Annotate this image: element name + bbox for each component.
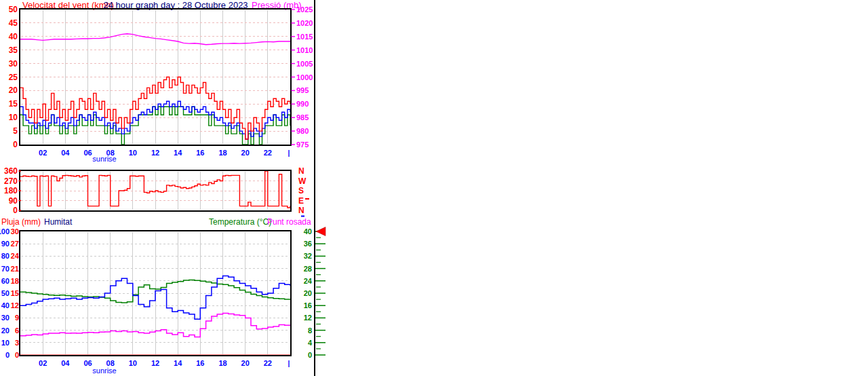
axis-tick-label: 1025 <box>296 5 313 14</box>
axis-tick-label: 18 <box>11 277 19 285</box>
axis-tick-label: 0 <box>308 351 312 359</box>
axis-tick-label: 40 <box>1 301 9 309</box>
axis-tick-label: 16 <box>196 359 204 367</box>
axis-tick-label: 6 <box>15 326 19 335</box>
axis-tick-label: 4 <box>308 339 313 347</box>
charts-canvas: 0510152025303540455097598098599099510001… <box>0 0 330 376</box>
axis-tick-label: 1010 <box>296 46 313 54</box>
axis-tick-label: 20 <box>1 326 9 335</box>
axis-tick-label: 12 <box>151 359 159 367</box>
direction-marker-blue <box>301 216 304 217</box>
axis-tick-label: 02 <box>39 359 47 367</box>
axis-tick-label: 20 <box>9 86 18 95</box>
x-axis-end-tick: | <box>288 149 290 157</box>
axis-tick-label: 24 <box>11 252 20 260</box>
axis-tick-label: 15 <box>11 289 19 297</box>
axis-tick-label: 990 <box>296 100 309 108</box>
axis-tick-label: 985 <box>296 113 309 121</box>
axis-tick-label: 28 <box>304 265 312 273</box>
axis-tick-label: 975 <box>296 140 309 149</box>
axis-tick-label: 04 <box>61 149 70 157</box>
axis-tick-label: 40 <box>9 32 18 41</box>
axis-tick-label: 24 <box>304 277 313 285</box>
axis-tick-label: 270 <box>4 176 18 186</box>
axis-tick-label: 08 <box>106 149 115 157</box>
axis-tick-label: 0 <box>13 140 18 149</box>
axis-tick-label: 40 <box>304 227 312 236</box>
axis-tick-label: 14 <box>174 149 182 157</box>
x-axis-end-tick: | <box>288 360 290 367</box>
axis-tick-label: 12 <box>304 314 312 322</box>
axis-tick-label: 50 <box>1 289 9 297</box>
weather-24h-graph-page: Velocitat del vent (kmh) 24 hour graph d… <box>0 0 868 376</box>
axis-tick-label: 90 <box>1 240 9 248</box>
axis-tick-label: 16 <box>196 149 204 157</box>
rain-humidity-temperature-chart: 0102030405060708090100036912151821242730… <box>0 227 326 368</box>
axis-tick-label: 60 <box>1 277 9 285</box>
direction-marker <box>305 198 309 200</box>
axis-tick-label: 25 <box>9 73 18 82</box>
axis-tick-label: 18 <box>218 359 226 367</box>
axis-tick-label: 04 <box>61 359 70 367</box>
axis-tick-label: 22 <box>264 359 272 367</box>
axis-tick-label: 12 <box>151 149 159 157</box>
axis-tick-label: 30 <box>1 314 9 322</box>
axis-tick-label: 20 <box>241 149 250 157</box>
axis-tick-label: 36 <box>304 240 312 248</box>
axis-tick-label: 30 <box>9 59 18 69</box>
axis-tick-label: 10 <box>129 149 137 157</box>
axis-tick-label: 5 <box>13 126 18 136</box>
axis-tick-label: 995 <box>296 86 309 94</box>
axis-tick-label: 1015 <box>296 33 313 41</box>
compass-label: N <box>298 206 304 215</box>
temp-scale-divider-line <box>314 0 315 376</box>
compass-label: S <box>298 186 304 195</box>
axis-tick-label: 9 <box>15 314 19 322</box>
axis-tick-label: 10 <box>1 339 9 347</box>
axis-tick-label: 12 <box>11 301 19 309</box>
axis-tick-label: 06 <box>83 359 92 367</box>
temp-scale-arrow-marker <box>316 227 326 236</box>
axis-tick-label: 70 <box>1 265 9 273</box>
axis-tick-label: 90 <box>9 196 18 206</box>
axis-tick-label: 16 <box>304 301 312 309</box>
axis-tick-label: 20 <box>241 359 250 367</box>
axis-tick-label: 1020 <box>296 19 313 27</box>
axis-tick-label: 180 <box>4 186 18 195</box>
axis-tick-label: 20 <box>304 289 312 297</box>
axis-tick-label: 21 <box>11 265 19 273</box>
axis-tick-label: 30 <box>11 227 19 236</box>
wind-pressure-chart: 0510152025303540455097598098599099510001… <box>9 5 313 157</box>
axis-tick-label: 0 <box>5 351 9 359</box>
axis-tick-label: 14 <box>174 359 182 367</box>
axis-tick-label: 0 <box>15 351 19 359</box>
axis-tick-label: 02 <box>39 149 47 157</box>
axis-tick-label: 360 <box>4 166 18 176</box>
axis-tick-label: 1000 <box>296 73 313 81</box>
axis-tick-label: 10 <box>9 113 18 122</box>
wind-direction-chart: 090180270360NWSEN <box>4 166 309 217</box>
axis-tick-label: 8 <box>308 326 312 335</box>
axis-tick-label: 35 <box>9 45 18 55</box>
axis-tick-label: 32 <box>304 252 312 260</box>
compass-label: N <box>298 166 304 176</box>
axis-tick-label: 980 <box>296 127 309 135</box>
axis-tick-label: 15 <box>9 99 18 109</box>
axis-tick-label: 3 <box>15 339 19 347</box>
axis-tick-label: 18 <box>218 149 226 157</box>
compass-label: W <box>298 176 307 186</box>
axis-tick-label: 06 <box>83 149 92 157</box>
compass-label: E <box>298 196 304 206</box>
axis-tick-label: 08 <box>106 359 115 367</box>
axis-tick-label: 45 <box>9 18 18 28</box>
axis-tick-label: 100 <box>0 227 9 236</box>
axis-tick-label: 22 <box>264 149 272 157</box>
axis-tick-label: 80 <box>1 252 9 260</box>
axis-tick-label: 50 <box>9 5 18 14</box>
axis-tick-label: 10 <box>129 359 137 367</box>
axis-tick-label: 27 <box>11 240 19 248</box>
axis-tick-label: 1005 <box>296 60 313 68</box>
axis-tick-label: 0 <box>13 206 18 215</box>
